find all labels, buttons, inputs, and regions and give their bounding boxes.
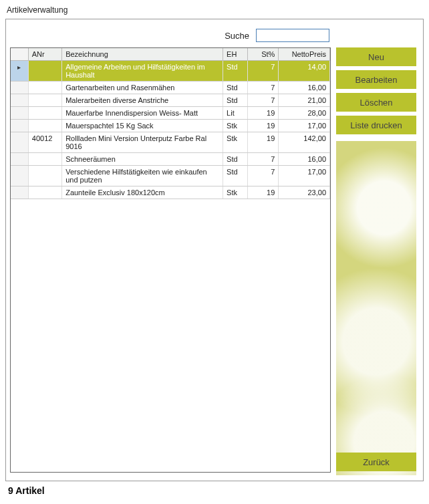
cell-st: 7 — [248, 153, 279, 166]
row-selector[interactable] — [11, 82, 28, 94]
cell-st: 19 — [248, 107, 279, 120]
liste-drucken-button[interactable]: Liste drucken — [336, 116, 416, 134]
row-selector[interactable] — [11, 120, 28, 132]
cell-st: 19 — [248, 132, 279, 153]
main-frame: Suche ANr Bezeichnung EH St% NettoPreis … — [5, 19, 424, 481]
cell-eh: Std — [223, 153, 248, 166]
cell-bez: Mauerfarbe Innendispersion Weiss- Matt — [62, 107, 223, 120]
table-row[interactable]: 40012Rollladen Mini Version Unterputz Fa… — [11, 132, 330, 153]
row-selector[interactable] — [11, 107, 28, 120]
cell-preis: 14,00 — [279, 61, 330, 82]
article-table: ANr Bezeichnung EH St% NettoPreis Allgem… — [11, 48, 330, 199]
row-selector[interactable] — [11, 166, 28, 186]
cell-bez: Schneeräumen — [62, 153, 223, 166]
cell-st: 19 — [248, 186, 279, 199]
cell-anr: 40012 — [28, 132, 61, 153]
cell-bez: Malerarbeiten diverse Anstriche — [62, 94, 223, 107]
cell-preis: 21,00 — [279, 94, 330, 107]
cell-bez: Mauerspachtel 15 Kg Sack — [62, 120, 223, 132]
cell-preis: 142,00 — [279, 132, 330, 153]
neu-button[interactable]: Neu — [336, 47, 416, 66]
row-selector[interactable] — [11, 153, 28, 166]
cell-bez: Gartenarbeiten und Rasenmähen — [62, 82, 223, 94]
cell-preis: 23,00 — [279, 186, 330, 199]
cell-st: 7 — [248, 94, 279, 107]
cell-eh: Stk — [223, 132, 248, 153]
header-eh[interactable]: EH — [223, 48, 248, 61]
loeschen-button[interactable]: Löschen — [336, 93, 416, 112]
header-selector — [11, 48, 28, 61]
row-selector[interactable] — [11, 132, 28, 153]
cell-bez: Allgemeine Arbeiten und Hilfstätigkeiten… — [62, 61, 223, 82]
search-input[interactable] — [256, 29, 329, 42]
table-row[interactable]: Allgemeine Arbeiten und Hilfstätigkeiten… — [11, 61, 330, 82]
header-nettopreis[interactable]: NettoPreis — [279, 48, 330, 61]
search-row: Suche — [6, 19, 423, 47]
content-row: ANr Bezeichnung EH St% NettoPreis Allgem… — [6, 47, 423, 475]
cell-anr — [28, 61, 61, 82]
cell-anr — [28, 166, 61, 186]
cell-anr — [28, 94, 61, 107]
cell-anr — [28, 120, 61, 132]
cell-eh: Stk — [223, 186, 248, 199]
row-selector[interactable] — [11, 94, 28, 107]
cell-eh: Std — [223, 61, 248, 82]
cell-preis: 28,00 — [279, 107, 330, 120]
cell-eh: Std — [223, 82, 248, 94]
cell-anr — [28, 153, 61, 166]
table-row[interactable]: Mauerfarbe Innendispersion Weiss- MattLi… — [11, 107, 330, 120]
cell-preis: 16,00 — [279, 153, 330, 166]
cell-bez: Rollladen Mini Version Unterputz Farbe R… — [62, 132, 223, 153]
cell-eh: Std — [223, 166, 248, 186]
header-anr[interactable]: ANr — [28, 48, 61, 61]
table-row[interactable]: SchneeräumenStd716,00 — [11, 153, 330, 166]
table-row[interactable]: Mauerspachtel 15 Kg SackStk1917,00 — [11, 120, 330, 132]
header-bezeichnung[interactable]: Bezeichnung — [62, 48, 223, 61]
sidebar-decorative-bg — [336, 141, 416, 475]
cell-st: 19 — [248, 120, 279, 132]
cell-anr — [28, 82, 61, 94]
cell-preis: 17,00 — [279, 120, 330, 132]
cell-st: 7 — [248, 82, 279, 94]
cell-preis: 17,00 — [279, 166, 330, 186]
table-header-row: ANr Bezeichnung EH St% NettoPreis — [11, 48, 330, 61]
row-selector[interactable] — [11, 61, 28, 82]
bearbeiten-button[interactable]: Bearbeiten — [336, 70, 416, 89]
search-label: Suche — [225, 31, 249, 41]
header-st[interactable]: St% — [248, 48, 279, 61]
zurueck-button[interactable]: Zurück — [336, 453, 416, 471]
cell-preis: 16,00 — [279, 82, 330, 94]
cell-bez: Zaunteile Exclusiv 180x120cm — [62, 186, 223, 199]
cell-eh: Lit — [223, 107, 248, 120]
table-row[interactable]: Gartenarbeiten und RasenmähenStd716,00 — [11, 82, 330, 94]
cell-eh: Std — [223, 94, 248, 107]
row-selector[interactable] — [11, 186, 28, 199]
cell-st: 7 — [248, 61, 279, 82]
action-button-column: Neu Bearbeiten Löschen Liste drucken Zur… — [336, 47, 416, 475]
article-table-container: ANr Bezeichnung EH St% NettoPreis Allgem… — [10, 47, 331, 473]
cell-bez: Verschiedene Hilfstätigkeiten wie einkau… — [62, 166, 223, 186]
cell-st: 7 — [248, 166, 279, 186]
table-row[interactable]: Malerarbeiten diverse AnstricheStd721,00 — [11, 94, 330, 107]
table-row[interactable]: Verschiedene Hilfstätigkeiten wie einkau… — [11, 166, 330, 186]
cell-anr — [28, 107, 61, 120]
cell-eh: Stk — [223, 120, 248, 132]
window-title: Artikelverwaltung — [0, 0, 429, 17]
table-row[interactable]: Zaunteile Exclusiv 180x120cmStk1923,00 — [11, 186, 330, 199]
footer-count: 9 Artikel — [0, 481, 429, 496]
cell-anr — [28, 186, 61, 199]
